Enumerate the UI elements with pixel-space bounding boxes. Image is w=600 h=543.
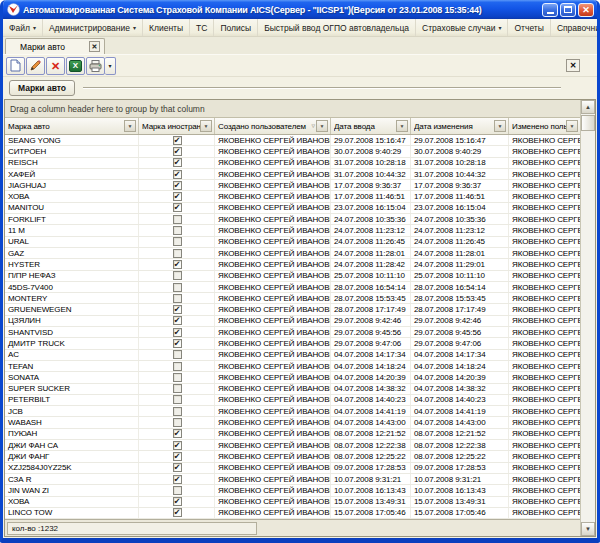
scrollbar-track[interactable] <box>581 131 595 522</box>
table-row[interactable]: XZJ2584J0YZ25K✔ЯКОВЕНКО СЕРГЕЙ ИВАНОВИ09… <box>5 463 580 474</box>
checkbox-unchecked[interactable] <box>173 418 182 427</box>
table-row[interactable]: MANITOU✔ЯКОВЕНКО СЕРГЕЙ ИВАНОВИ23.07.200… <box>5 203 580 214</box>
checkbox-unchecked[interactable] <box>173 215 182 224</box>
checkbox-unchecked[interactable] <box>173 350 182 359</box>
tab-close-button[interactable]: ✕ <box>89 41 100 52</box>
table-row[interactable]: ДЖИ ФАНГ✔ЯКОВЕНКО СЕРГЕЙ ИВАНОВИ08.07.20… <box>5 451 580 462</box>
close-button[interactable]: ✕ <box>578 3 594 17</box>
marki-avto-button[interactable]: Марки авто <box>9 80 75 96</box>
checkbox-unchecked[interactable] <box>173 283 182 292</box>
vertical-scrollbar[interactable]: ▲ ▼ <box>580 100 595 536</box>
checkbox-checked[interactable]: ✔ <box>173 192 182 201</box>
menu-file[interactable]: Файл▾ <box>3 19 43 36</box>
print-dropdown-button[interactable]: ▾ <box>105 57 116 75</box>
checkbox-checked[interactable]: ✔ <box>173 508 182 517</box>
column-header-date_modified[interactable]: Дата изменения▼ <box>411 118 509 134</box>
checkbox-checked[interactable]: ✔ <box>173 203 182 212</box>
table-row[interactable]: СИТРОЕН✔ЯКОВЕНКО СЕРГЕЙ ИВАНОВИ30.07.200… <box>5 146 580 157</box>
checkbox-unchecked[interactable] <box>173 384 182 393</box>
view-close-button[interactable]: ✕ <box>566 59 580 72</box>
checkbox-checked[interactable]: ✔ <box>173 339 182 348</box>
checkbox-unchecked[interactable] <box>173 362 182 371</box>
table-row[interactable]: JIN WAN ZIЯКОВЕНКО СЕРГЕЙ ИВАНОВИ10.07.2… <box>5 485 580 496</box>
checkbox-checked[interactable]: ✔ <box>173 429 182 438</box>
checkbox-checked[interactable]: ✔ <box>173 316 182 325</box>
filter-button-created_by[interactable]: ▼ <box>316 120 328 132</box>
print-button[interactable] <box>86 57 105 75</box>
checkbox-unchecked[interactable] <box>173 407 182 416</box>
checkbox-checked[interactable]: ✔ <box>173 328 182 337</box>
checkbox-unchecked[interactable] <box>173 226 182 235</box>
checkbox-checked[interactable]: ✔ <box>173 497 182 506</box>
table-row[interactable]: GAZЯКОВЕНКО СЕРГЕЙ ИВАНОВИ24.07.2008 11:… <box>5 248 580 259</box>
checkbox-unchecked[interactable] <box>173 271 182 280</box>
column-header-foreign[interactable]: Марка иностран▼ <box>139 118 215 134</box>
table-row[interactable]: ДМИТР TRUCK✔ЯКОВЕНКО СЕРГЕЙ ИВАНОВИ29.07… <box>5 338 580 349</box>
checkbox-unchecked[interactable] <box>173 249 182 258</box>
table-row[interactable]: ХОВА✔ЯКОВЕНКО СЕРГЕЙ ИВАНОВИ15.07.2008 1… <box>5 497 580 508</box>
table-row[interactable]: ХОВА✔ЯКОВЕНКО СЕРГЕЙ ИВАНОВИ17.07.2008 1… <box>5 191 580 202</box>
table-row[interactable]: JIAGHUAJ✔ЯКОВЕНКО СЕРГЕЙ ИВАНОВИ17.07.20… <box>5 180 580 191</box>
column-header-created_by[interactable]: Создано пользователем▿▼ <box>215 118 331 134</box>
scroll-down-button[interactable]: ▼ <box>581 522 595 536</box>
checkbox-unchecked[interactable] <box>173 395 182 404</box>
minimize-button[interactable] <box>542 3 558 17</box>
filter-button-date_modified[interactable]: ▼ <box>494 120 506 132</box>
delete-record-button[interactable]: ✕ <box>46 57 65 75</box>
table-row[interactable]: ДЖИ ФАН СА✔ЯКОВЕНКО СЕРГЕЙ ИВАНОВИ08.07.… <box>5 440 580 451</box>
column-header-modified_by[interactable]: Изменено пользов▼ <box>509 118 580 134</box>
scroll-up-button[interactable]: ▲ <box>581 100 595 114</box>
checkbox-unchecked[interactable] <box>173 237 182 246</box>
checkbox-unchecked[interactable] <box>173 486 182 495</box>
table-row[interactable]: FORKLIFTЯКОВЕНКО СЕРГЕЙ ИВАНОВИ24.07.200… <box>5 214 580 225</box>
table-row[interactable]: ACЯКОВЕНКО СЕРГЕЙ ИВАНОВИ04.07.2008 14:1… <box>5 350 580 361</box>
scrollbar-thumb[interactable] <box>581 115 595 131</box>
menu-policies[interactable]: Полисы <box>214 19 258 36</box>
tab-marki-avto[interactable]: Марки авто ✕ <box>5 38 105 54</box>
table-row[interactable]: ХАФЕЙ✔ЯКОВЕНКО СЕРГЕЙ ИВАНОВИ31.07.2008 … <box>5 169 580 180</box>
filter-button-foreign[interactable]: ▼ <box>200 120 212 132</box>
checkbox-checked[interactable]: ✔ <box>173 158 182 167</box>
filter-button-brand[interactable]: ▼ <box>124 120 136 132</box>
table-row[interactable]: ЦЗЯЛИН✔ЯКОВЕНКО СЕРГЕЙ ИВАНОВИ29.07.2008… <box>5 316 580 327</box>
table-row[interactable]: LINCO TOW✔ЯКОВЕНКО СЕРГЕЙ ИВАНОВИ15.07.2… <box>5 508 580 519</box>
checkbox-checked[interactable]: ✔ <box>173 136 182 145</box>
export-excel-button[interactable]: X <box>66 57 85 75</box>
new-record-button[interactable] <box>6 57 25 75</box>
table-row[interactable]: TEFANЯКОВЕНКО СЕРГЕЙ ИВАНОВИ04.07.2008 1… <box>5 361 580 372</box>
checkbox-checked[interactable]: ✔ <box>173 260 182 269</box>
table-row[interactable]: 11 MЯКОВЕНКО СЕРГЕЙ ИВАНОВИ24.07.2008 11… <box>5 225 580 236</box>
group-by-panel[interactable]: Drag a column header here to group by th… <box>5 100 580 118</box>
menu-clients[interactable]: Клиенты <box>143 19 190 36</box>
menu-directories[interactable]: Справочники▾ <box>551 19 600 36</box>
filter-button-modified_by[interactable]: ▼ <box>566 120 578 132</box>
column-header-date_created[interactable]: Дата ввода▼ <box>331 118 411 134</box>
table-row[interactable]: GRUENEWEGEN✔ЯКОВЕНКО СЕРГЕЙ ИВАНОВИ28.07… <box>5 304 580 315</box>
maximize-button[interactable] <box>560 3 576 17</box>
table-row[interactable]: 45DS-7V400ЯКОВЕНКО СЕРГЕЙ ИВАНОВИ28.07.2… <box>5 282 580 293</box>
checkbox-checked[interactable]: ✔ <box>173 441 182 450</box>
table-row[interactable]: PETERBILTЯКОВЕНКО СЕРГЕЙ ИВАНОВИ04.07.20… <box>5 395 580 406</box>
menu-insurance-cases[interactable]: Страховые случаи▾ <box>416 19 508 36</box>
table-row[interactable]: JCBЯКОВЕНКО СЕРГЕЙ ИВАНОВИ04.07.2008 14:… <box>5 406 580 417</box>
checkbox-unchecked[interactable] <box>173 294 182 303</box>
checkbox-checked[interactable]: ✔ <box>173 452 182 461</box>
checkbox-checked[interactable]: ✔ <box>173 147 182 156</box>
table-row[interactable]: HYSTER✔ЯКОВЕНКО СЕРГЕЙ ИВАНОВИ24.07.2008… <box>5 259 580 270</box>
menu-quick-entry[interactable]: Быстрый ввод ОГПО автовладельца <box>258 19 416 36</box>
filter-button-date_created[interactable]: ▼ <box>396 120 408 132</box>
table-row[interactable]: MONTERYЯКОВЕНКО СЕРГЕЙ ИВАНОВИ28.07.2008… <box>5 293 580 304</box>
checkbox-checked[interactable]: ✔ <box>173 475 182 484</box>
menu-ts[interactable]: ТС <box>190 19 214 36</box>
checkbox-checked[interactable]: ✔ <box>173 463 182 472</box>
checkbox-checked[interactable]: ✔ <box>173 170 182 179</box>
table-row[interactable]: SUPER SUCKERЯКОВЕНКО СЕРГЕЙ ИВАНОВИ04.07… <box>5 384 580 395</box>
table-row[interactable]: WABASHЯКОВЕНКО СЕРГЕЙ ИВАНОВИ04.07.2008 … <box>5 417 580 428</box>
checkbox-checked[interactable]: ✔ <box>173 181 182 190</box>
checkbox-checked[interactable]: ✔ <box>173 305 182 314</box>
table-row[interactable]: REISCH✔ЯКОВЕНКО СЕРГЕЙ ИВАНОВИ31.07.2008… <box>5 158 580 169</box>
table-row[interactable]: ПУЮАН✔ЯКОВЕНКО СЕРГЕЙ ИВАНОВИ08.07.2008 … <box>5 429 580 440</box>
table-row[interactable]: СЗА R✔ЯКОВЕНКО СЕРГЕЙ ИВАНОВИ10.07.2008 … <box>5 474 580 485</box>
checkbox-unchecked[interactable] <box>173 373 182 382</box>
table-row[interactable]: SHANTVISD✔ЯКОВЕНКО СЕРГЕЙ ИВАНОВИ29.07.2… <box>5 327 580 338</box>
